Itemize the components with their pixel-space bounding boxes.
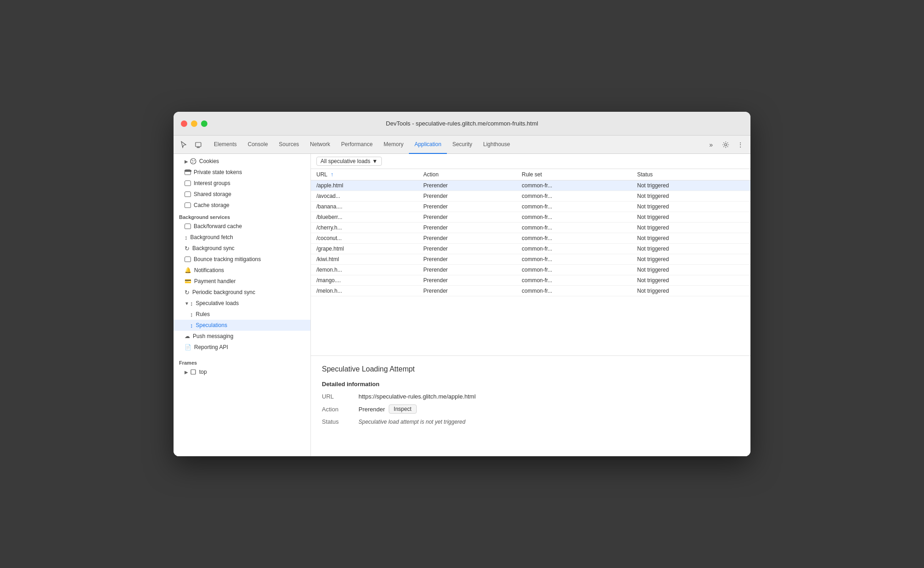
- inspect-button[interactable]: Inspect: [389, 404, 417, 414]
- cookie-icon: [190, 158, 196, 164]
- cell-url: /apple.html: [311, 180, 418, 191]
- table-row[interactable]: /melon.h...Prerendercommon-fr...Not trig…: [311, 286, 750, 296]
- rules-icon: ↕: [190, 311, 193, 318]
- db-icon: [185, 257, 191, 262]
- devtools-tab-bar: Elements Console Sources Network Perform…: [174, 136, 750, 154]
- svg-point-2: [725, 143, 727, 146]
- sidebar-item-reporting-api[interactable]: 📄 Reporting API: [174, 342, 310, 353]
- cell-ruleset: common-fr...: [516, 244, 632, 254]
- table-row[interactable]: /apple.htmlPrerendercommon-fr...Not trig…: [311, 180, 750, 191]
- expand-arrow-down-icon: ▼: [185, 301, 189, 306]
- settings-icon[interactable]: [719, 138, 732, 151]
- table-row[interactable]: /cherry.h...Prerendercommon-fr...Not tri…: [311, 223, 750, 233]
- table-row[interactable]: /grape.htmlPrerendercommon-fr...Not trig…: [311, 244, 750, 254]
- speculative-loads-table-container: URL ↑ Action Rule set Status: [311, 169, 750, 355]
- cell-url: /grape.html: [311, 244, 418, 254]
- tab-actions: » ⋮: [705, 138, 747, 151]
- cell-status: Not triggered: [632, 212, 751, 223]
- cell-action: Prerender: [418, 275, 516, 286]
- sidebar-item-bounce-tracking[interactable]: Bounce tracking mitigations: [174, 254, 310, 265]
- payment-icon: 💳: [185, 278, 191, 284]
- cell-url: /cherry.h...: [311, 223, 418, 233]
- sidebar-item-top-frame[interactable]: ▶ top: [174, 366, 310, 377]
- sidebar-item-back-forward[interactable]: Back/forward cache: [174, 221, 310, 232]
- cell-status: Not triggered: [632, 202, 751, 212]
- tab-performance[interactable]: Performance: [336, 136, 378, 154]
- cell-action: Prerender: [418, 202, 516, 212]
- detail-action-row: Action Prerender Inspect: [322, 404, 739, 414]
- speculative-icon: ↕: [190, 300, 193, 307]
- sidebar-item-push-messaging[interactable]: ☁ Push messaging: [174, 331, 310, 342]
- sidebar-item-private-state[interactable]: Private state tokens: [174, 167, 310, 178]
- sidebar-item-notifications[interactable]: 🔔 Notifications: [174, 265, 310, 276]
- sidebar-item-rules[interactable]: ↕ Rules: [174, 309, 310, 320]
- cell-status: Not triggered: [632, 244, 751, 254]
- svg-rect-0: [196, 142, 201, 147]
- sidebar-item-cache-storage[interactable]: Cache storage: [174, 200, 310, 211]
- db-icon: [185, 224, 191, 229]
- tab-application[interactable]: Application: [409, 136, 447, 154]
- cell-url: /kiwi.html: [311, 254, 418, 265]
- devtools-body: ▶ Cookies Private state tokens Interest …: [174, 154, 750, 456]
- tab-security[interactable]: Security: [447, 136, 478, 154]
- filter-dropdown[interactable]: All speculative loads ▼: [316, 157, 382, 166]
- maximize-button[interactable]: [201, 120, 207, 127]
- sidebar-item-speculative-loads[interactable]: ▼ ↕ Speculative loads: [174, 298, 310, 309]
- cell-status: Not triggered: [632, 180, 751, 191]
- svg-rect-1: [197, 147, 200, 148]
- table-header-row: URL ↑ Action Rule set Status: [311, 169, 750, 180]
- detail-title: Speculative Loading Attempt: [322, 365, 739, 373]
- table-row[interactable]: /blueberr...Prerendercommon-fr...Not tri…: [311, 212, 750, 223]
- detail-url-label: URL: [322, 393, 359, 400]
- more-tabs-icon[interactable]: »: [705, 138, 717, 151]
- cell-ruleset: common-fr...: [516, 254, 632, 265]
- table-row[interactable]: /coconut...Prerendercommon-fr...Not trig…: [311, 233, 750, 244]
- cell-action: Prerender: [418, 191, 516, 202]
- table-row[interactable]: /banana....Prerendercommon-fr...Not trig…: [311, 202, 750, 212]
- sidebar-item-interest-groups[interactable]: Interest groups: [174, 178, 310, 189]
- detail-panel: Speculative Loading Attempt Detailed inf…: [311, 355, 750, 456]
- sidebar-item-background-fetch[interactable]: ↕ Background fetch: [174, 232, 310, 243]
- sidebar-item-cookies[interactable]: ▶ Cookies: [174, 156, 310, 167]
- minimize-button[interactable]: [191, 120, 197, 127]
- table-row[interactable]: /mango....Prerendercommon-fr...Not trigg…: [311, 275, 750, 286]
- sidebar-item-background-sync[interactable]: ↻ Background sync: [174, 243, 310, 254]
- cell-status: Not triggered: [632, 275, 751, 286]
- table-row[interactable]: /kiwi.htmlPrerendercommon-fr...Not trigg…: [311, 254, 750, 265]
- close-button[interactable]: [181, 120, 187, 127]
- tab-memory[interactable]: Memory: [378, 136, 409, 154]
- cell-status: Not triggered: [632, 286, 751, 296]
- frames-header: Frames: [174, 356, 310, 366]
- cell-ruleset: common-fr...: [516, 275, 632, 286]
- col-status: Status: [632, 169, 751, 180]
- device-icon[interactable]: [192, 138, 205, 151]
- cell-url: /mango....: [311, 275, 418, 286]
- speculations-icon: ↕: [190, 322, 193, 329]
- sidebar-item-periodic-sync[interactable]: ↻ Periodic background sync: [174, 287, 310, 298]
- table-row[interactable]: /lemon.h...Prerendercommon-fr...Not trig…: [311, 265, 750, 275]
- frame-icon: [190, 369, 196, 375]
- cell-action: Prerender: [418, 254, 516, 265]
- svg-point-3: [190, 158, 196, 164]
- sidebar-item-speculations[interactable]: ↕ Speculations: [174, 320, 310, 331]
- cell-action: Prerender: [418, 180, 516, 191]
- detail-section-title: Detailed information: [322, 381, 739, 388]
- cursor-icon[interactable]: [177, 138, 190, 151]
- overflow-menu-icon[interactable]: ⋮: [734, 138, 747, 151]
- sidebar-item-shared-storage[interactable]: Shared storage: [174, 189, 310, 200]
- col-url[interactable]: URL ↑: [311, 169, 418, 180]
- tab-sources[interactable]: Sources: [273, 136, 304, 154]
- svg-point-5: [194, 160, 195, 161]
- cell-url: /banana....: [311, 202, 418, 212]
- table-row[interactable]: /avocad...Prerendercommon-fr...Not trigg…: [311, 191, 750, 202]
- tab-elements[interactable]: Elements: [208, 136, 242, 154]
- devtools-window: DevTools - speculative-rules.glitch.me/c…: [174, 112, 750, 456]
- cell-url: /lemon.h...: [311, 265, 418, 275]
- arrow-updown-icon: ↕: [185, 234, 188, 241]
- tab-network[interactable]: Network: [304, 136, 336, 154]
- sidebar-item-payment-handler[interactable]: 💳 Payment handler: [174, 276, 310, 287]
- tab-console[interactable]: Console: [242, 136, 273, 154]
- cell-url: /avocad...: [311, 191, 418, 202]
- cell-action: Prerender: [418, 286, 516, 296]
- tab-lighthouse[interactable]: Lighthouse: [478, 136, 516, 154]
